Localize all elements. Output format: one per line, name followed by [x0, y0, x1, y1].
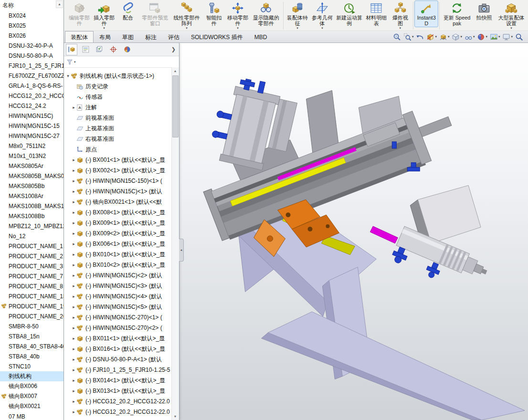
- file-list-item[interactable]: STBA8_40_STBA8-40: [0, 341, 63, 351]
- file-list-item[interactable]: GRLA-1_8-QS-6-RS-: [0, 81, 63, 91]
- tree-component[interactable]: ▸(-) BX013<1> (默认<<默认>_显: [65, 386, 171, 396]
- tree-node-annotations[interactable]: ▸A注解: [65, 102, 171, 113]
- file-list-item[interactable]: MPBZ12_10_MPBZ12: [0, 221, 63, 231]
- tree-component[interactable]: ▸(-) BX001<1> (默认<<默认>_显: [65, 155, 171, 165]
- file-list-item[interactable]: M10x1_013N2: [0, 151, 63, 161]
- propertymanager-tab[interactable]: [80, 44, 91, 55]
- dropdown-caret-icon[interactable]: ▾: [498, 35, 500, 39]
- expand-arrow-icon[interactable]: ▸: [71, 231, 76, 236]
- expand-arrow-icon[interactable]: ▸: [71, 200, 76, 204]
- dropdown-caret-icon[interactable]: ▾: [435, 35, 437, 39]
- filter-funnel-icon[interactable]: [66, 59, 73, 65]
- tab-6[interactable]: SOLIDWORKS 插件: [185, 31, 249, 42]
- model-magenta-rod[interactable]: [370, 226, 398, 243]
- file-list-item[interactable]: PRODUCT_NAME_2: [0, 251, 63, 261]
- file-list-item[interactable]: FL6700ZZ_FL6700ZZ: [0, 71, 63, 81]
- tree-scrollbar[interactable]: ▲ ▼: [171, 67, 179, 420]
- view-settings-button[interactable]: ▾: [501, 33, 514, 41]
- expand-arrow-icon[interactable]: ▸: [71, 399, 76, 404]
- expand-arrow-icon[interactable]: ▸: [71, 378, 76, 383]
- tree-node-origin[interactable]: 原点: [65, 144, 171, 155]
- file-list-item[interactable]: 镜向BX006: [0, 381, 63, 391]
- tree-filter-bar[interactable]: ▾: [64, 56, 179, 68]
- expand-arrow-icon[interactable]: ▸: [71, 336, 76, 341]
- file-list-item[interactable]: SMBR-8-50: [0, 321, 63, 331]
- tree-node-history[interactable]: 历史记录: [65, 81, 171, 92]
- magnifier-button[interactable]: [514, 33, 524, 41]
- file-list-item[interactable]: MAKS1008Bb: [0, 211, 63, 221]
- ribbon-button-show-hidden[interactable]: 显示隐藏的零部件: [250, 1, 282, 27]
- previous-view-button[interactable]: [415, 33, 425, 41]
- apply-scene-button[interactable]: ▾: [489, 33, 501, 41]
- tree-component[interactable]: ▸(-) BX008<1> (默认<<默认>_显: [65, 207, 171, 218]
- file-list-item[interactable]: PRODUCT_NAME_1: [0, 241, 63, 251]
- expand-arrow-icon[interactable]: ▸: [71, 294, 76, 299]
- expand-arrow-icon[interactable]: ▸: [71, 210, 76, 215]
- ribbon-button-mate[interactable]: 配合: [116, 1, 139, 21]
- tab-1[interactable]: 装配体: [65, 31, 94, 42]
- tree-component[interactable]: ▸(-) HIWIN(MGN15C)<5> (默认: [65, 302, 171, 312]
- file-list-item[interactable]: 07 MB: [0, 411, 63, 420]
- scrollbar-thumb[interactable]: [172, 75, 179, 137]
- zoom-fit-button[interactable]: [392, 33, 402, 41]
- graphics-viewport[interactable]: ❯ ▾ ▾剥线机构 (默认<显示状态-1>)历史记录传感器▸A注解前视基准面上视…: [64, 43, 528, 420]
- ribbon-button-large-assembly[interactable]: 大型装配体设置▾: [496, 1, 527, 30]
- tree-component[interactable]: ▸(-) DSNU-50-80-P-A<1> (默认: [65, 354, 171, 365]
- configurationmanager-tab[interactable]: [94, 44, 105, 55]
- file-list-item[interactable]: PRODUCT_NAME_8: [0, 281, 63, 291]
- tree-component[interactable]: ▸(-) HIWIN(MGN15C-270)<2> (: [65, 323, 171, 333]
- expand-arrow-icon[interactable]: ▸: [71, 242, 76, 246]
- file-list-item[interactable]: PRODUCT_NAME_20: [0, 311, 63, 321]
- expand-arrow-icon[interactable]: ▸: [71, 273, 76, 278]
- tree-component[interactable]: ▸(-) HIWIN(MGN15C-150)<1> (: [65, 176, 171, 186]
- expand-arrow-icon[interactable]: ▸: [71, 105, 76, 110]
- tree-component[interactable]: ▸(-) FJR10_1_25_5_FJR10-1.25-5: [65, 365, 171, 375]
- edit-appearance-button[interactable]: ▾: [476, 33, 488, 41]
- file-list-item[interactable]: FJR10_1_25_5_FJR10: [0, 61, 63, 71]
- tab-3[interactable]: 草图: [116, 31, 139, 42]
- tree-component[interactable]: ▸(-) HIWIN(MGN15C)<1> (默认: [65, 186, 171, 197]
- expand-arrow-icon[interactable]: ▸: [71, 368, 76, 372]
- tree-component[interactable]: ▸(-) BX009<2> (默认<<默认>_显: [65, 228, 171, 239]
- expand-arrow-icon[interactable]: ▸: [71, 178, 76, 183]
- filter-dropdown-caret-icon[interactable]: ▾: [74, 60, 76, 64]
- file-list-item[interactable]: MAKS1008Ar: [0, 191, 63, 201]
- expand-arrow-icon[interactable]: ▸: [71, 388, 76, 393]
- file-list-item[interactable]: MAKS1008B_MAKS1: [0, 201, 63, 211]
- file-list-item[interactable]: 镜向BX007: [0, 391, 63, 401]
- tree-component[interactable]: ▸(-) BX010<2> (默认<<默认>_显: [65, 260, 171, 270]
- tree-component[interactable]: ▸(-) BX009<1> (默认<<默认>_显: [65, 218, 171, 228]
- tree-component[interactable]: ▸(-) BX011<1> (默认<<默认>_显: [65, 333, 171, 344]
- orientation-button[interactable]: ▾: [438, 33, 451, 41]
- ribbon-button-take-snapshot[interactable]: 拍快照: [473, 1, 496, 21]
- tab-2[interactable]: 布局: [94, 31, 116, 42]
- tree-component[interactable]: ▸(-) BX010<1> (默认<<默认>_显: [65, 249, 171, 260]
- display-style-button[interactable]: ▾: [451, 33, 463, 41]
- file-list-item[interactable]: No_12: [0, 231, 63, 241]
- ribbon-button-linear-pattern[interactable]: 线性零部件阵列▾: [171, 1, 202, 30]
- tree-node-plane[interactable]: 上视基准面: [65, 123, 171, 134]
- scrollbar-down-arrow-icon[interactable]: ▼: [172, 413, 179, 420]
- expand-arrow-icon[interactable]: ▸: [71, 315, 76, 320]
- expand-arrow-icon[interactable]: ▸: [71, 220, 76, 225]
- file-list-item[interactable]: MAKS0805B_MAKS0: [0, 171, 63, 181]
- expand-arrow-icon[interactable]: ▸: [71, 410, 76, 414]
- file-list-item[interactable]: STNC10: [0, 361, 63, 371]
- ribbon-button-instant3d[interactable]: Instant3D: [415, 1, 438, 27]
- file-list-item[interactable]: HIWIN(MGN15C-15: [0, 121, 63, 131]
- tree-component[interactable]: ▸(-) HCCG12_20.2_HCCG12-22.0: [65, 407, 171, 417]
- tree-root-assembly[interactable]: ▾剥线机构 (默认<显示状态-1>): [65, 71, 171, 81]
- file-list-item[interactable]: BX024: [0, 10, 63, 21]
- expand-arrow-icon[interactable]: ▸: [71, 326, 76, 330]
- tree-component[interactable]: ▸(-) BX014<1> (默认<<默认>_显: [65, 375, 171, 386]
- expand-arrow-icon[interactable]: ▸: [71, 284, 76, 288]
- ribbon-button-reference-geometry[interactable]: 参考几何体▾: [310, 1, 335, 30]
- tree-component[interactable]: ▸(-) 镜向BX0021<1> (默认<<默: [65, 197, 171, 207]
- scrollbar-up-arrow-icon[interactable]: ▲: [172, 67, 179, 74]
- expand-arrow-icon[interactable]: ▸: [71, 357, 76, 362]
- expand-arrow-icon[interactable]: ▸: [71, 189, 76, 194]
- file-list-item[interactable]: MAKS0805Bb: [0, 181, 63, 191]
- file-list-item[interactable]: STBA8_40b: [0, 351, 63, 361]
- tab-5[interactable]: 评估: [162, 31, 185, 42]
- file-list-item[interactable]: HIWIN(MGN15C): [0, 111, 63, 121]
